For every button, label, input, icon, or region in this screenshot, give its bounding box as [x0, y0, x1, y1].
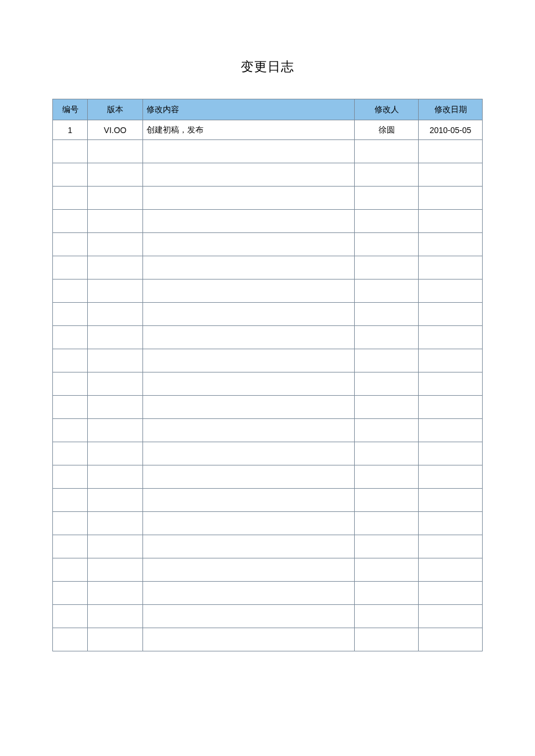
cell-version: [88, 349, 143, 372]
cell-id: [53, 628, 88, 651]
cell-modifier: 徐圆: [355, 120, 419, 140]
cell-modifier: [355, 442, 419, 465]
table-header-row: 编号 版本 修改内容 修改人 修改日期: [53, 99, 483, 120]
cell-id: [53, 419, 88, 442]
cell-version: [88, 187, 143, 210]
cell-version: [88, 558, 143, 582]
cell-modifier: [355, 558, 419, 582]
cell-description: [143, 419, 355, 442]
cell-modifier: [355, 326, 419, 349]
col-header-version: 版本: [88, 99, 143, 120]
cell-modifier: [355, 605, 419, 628]
cell-id: [53, 558, 88, 582]
cell-version: [88, 163, 143, 187]
cell-id: [53, 233, 88, 256]
table-row: [53, 558, 483, 582]
cell-modifier: [355, 210, 419, 233]
cell-modifier: [355, 489, 419, 512]
table-row: [53, 372, 483, 396]
changelog-table: 编号 版本 修改内容 修改人 修改日期 1VI.OO创建初稿，发布徐圆2010-…: [52, 99, 483, 651]
cell-modifier: [355, 349, 419, 372]
cell-modifier: [355, 233, 419, 256]
cell-id: [53, 465, 88, 489]
cell-modifier: [355, 256, 419, 280]
cell-description: [143, 558, 355, 582]
cell-modifier: [355, 396, 419, 419]
cell-id: [53, 442, 88, 465]
cell-version: [88, 535, 143, 558]
cell-description: [143, 303, 355, 326]
table-row: [53, 489, 483, 512]
table-row: [53, 210, 483, 233]
cell-version: [88, 372, 143, 396]
table-row: [53, 163, 483, 187]
table-row: [53, 396, 483, 419]
cell-version: [88, 582, 143, 605]
cell-version: [88, 465, 143, 489]
cell-id: [53, 396, 88, 419]
cell-version: [88, 140, 143, 163]
col-header-id: 编号: [53, 99, 88, 120]
cell-description: [143, 605, 355, 628]
cell-description: [143, 256, 355, 280]
table-row: [53, 187, 483, 210]
cell-id: [53, 535, 88, 558]
cell-modifier: [355, 280, 419, 303]
cell-id: 1: [53, 120, 88, 140]
cell-date: [419, 558, 483, 582]
cell-date: [419, 256, 483, 280]
cell-description: [143, 326, 355, 349]
cell-date: [419, 512, 483, 535]
cell-version: VI.OO: [88, 120, 143, 140]
cell-id: [53, 605, 88, 628]
cell-modifier: [355, 535, 419, 558]
cell-modifier: [355, 303, 419, 326]
cell-date: [419, 233, 483, 256]
cell-date: [419, 419, 483, 442]
table-row: [53, 628, 483, 651]
cell-date: [419, 140, 483, 163]
table-row: [53, 582, 483, 605]
cell-modifier: [355, 372, 419, 396]
cell-date: [419, 349, 483, 372]
cell-date: [419, 535, 483, 558]
cell-id: [53, 582, 88, 605]
cell-modifier: [355, 512, 419, 535]
table-body: 1VI.OO创建初稿，发布徐圆2010-05-05: [53, 120, 483, 651]
cell-version: [88, 233, 143, 256]
table-row: 1VI.OO创建初稿，发布徐圆2010-05-05: [53, 120, 483, 140]
cell-version: [88, 628, 143, 651]
cell-description: [143, 442, 355, 465]
cell-description: [143, 582, 355, 605]
page-title: 变更日志: [52, 58, 483, 76]
table-row: [53, 140, 483, 163]
cell-id: [53, 280, 88, 303]
cell-date: [419, 303, 483, 326]
table-row: [53, 605, 483, 628]
cell-date: [419, 628, 483, 651]
cell-date: [419, 326, 483, 349]
cell-id: [53, 303, 88, 326]
cell-description: [143, 187, 355, 210]
cell-date: [419, 582, 483, 605]
cell-date: [419, 442, 483, 465]
cell-modifier: [355, 187, 419, 210]
cell-version: [88, 303, 143, 326]
table-row: [53, 256, 483, 280]
cell-id: [53, 512, 88, 535]
cell-description: [143, 233, 355, 256]
cell-version: [88, 419, 143, 442]
cell-modifier: [355, 582, 419, 605]
cell-modifier: [355, 465, 419, 489]
cell-version: [88, 442, 143, 465]
table-row: [53, 465, 483, 489]
table-row: [53, 442, 483, 465]
table-row: [53, 233, 483, 256]
table-row: [53, 419, 483, 442]
cell-date: [419, 489, 483, 512]
cell-version: [88, 210, 143, 233]
cell-date: [419, 187, 483, 210]
cell-date: [419, 280, 483, 303]
cell-modifier: [355, 628, 419, 651]
cell-date: [419, 372, 483, 396]
